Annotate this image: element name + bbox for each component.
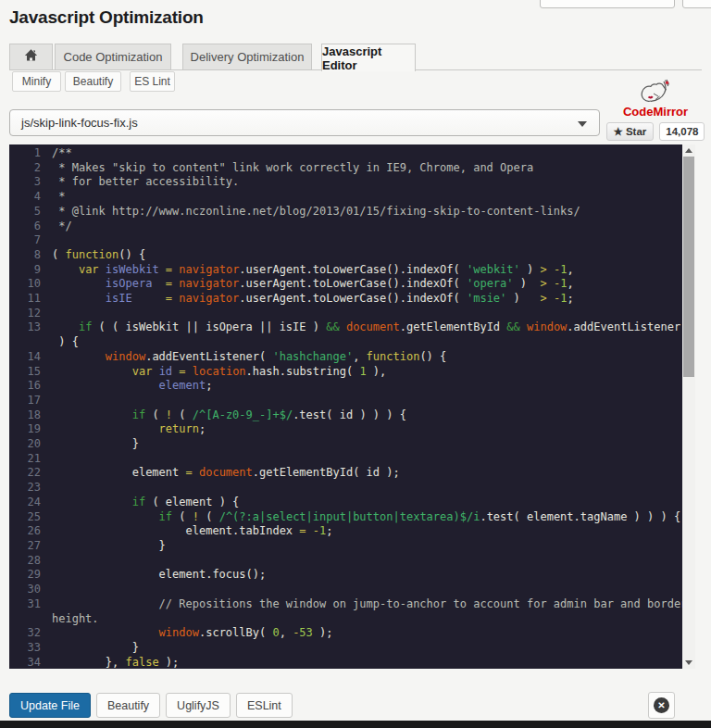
code-line: 25 if ( ! ( /^(?:a|select|input|button|t… [9,510,682,525]
code-line: 31 // Repositions the window on jump-to-… [9,597,682,612]
line-number: 3 [9,175,48,190]
scroll-up-icon[interactable] [685,148,692,153]
footer-toolbar: Update File Beautify UglifyJS ESLint [9,693,293,718]
codemirror-link[interactable]: CodeMirror [605,105,706,119]
code-line: 11 isIE = navigator.userAgent.toLowerCas… [9,292,682,307]
github-star-button[interactable]: ★ Star [606,122,655,141]
line-number: 21 [9,452,48,467]
subtab-eslint[interactable]: ES Lint [130,71,175,92]
code-line: 29 element.focus(); [9,568,682,583]
line-number: 30 [9,583,48,597]
line-number: 27 [9,539,48,554]
button-label: ESLint [247,699,281,712]
code-line: 10 isOpera = navigator.userAgent.toLower… [9,277,682,292]
editor-scrollbar[interactable] [682,144,695,669]
line-number [9,335,48,350]
line-number: 14 [9,350,48,365]
line-number: 34 [9,656,48,669]
line-number: 9 [9,263,48,278]
subtab-label: Beautify [73,75,113,88]
star-label: Star [626,126,646,137]
code-line: 5 * @link http://www.nczonline.net/blog/… [9,205,682,220]
line-number: 22 [9,466,48,481]
scroll-down-icon[interactable] [685,660,692,665]
line-number: 25 [9,510,48,525]
tab-label: Code Optimization [64,50,163,64]
line-number: 17 [9,394,48,408]
code-line: 4 * [9,190,682,205]
button-label: UglifyJS [177,699,219,712]
line-number: 4 [9,190,48,205]
code-line: 2 * Makes "skip to content" link work co… [9,161,682,176]
line-number: 18 [9,408,48,423]
file-select-dropdown[interactable]: js/skip-link-focus-fix.js [9,109,600,136]
code-line: 8( function() { [9,248,682,263]
code-line: 17 [9,394,682,408]
code-line: 15 var id = location.hash.substring( 1 )… [9,365,682,380]
tab-code-optimization[interactable]: Code Optimization [55,44,171,70]
tab-javascript-editor[interactable]: Javascript Editor [321,44,416,71]
top-partial-input-1[interactable] [540,0,675,8]
beautify-button[interactable]: Beautify [96,693,160,718]
code-line: 6 */ [9,220,682,234]
tab-delivery-optimization[interactable]: Delivery Optimization [182,44,312,70]
line-number: 19 [9,422,48,437]
top-partial-input-2[interactable] [682,0,711,8]
line-number: 31 [9,597,48,612]
line-number: 20 [9,437,48,452]
line-number: 24 [9,496,48,510]
line-number: 5 [9,205,48,220]
code-line: 1/** [9,146,682,161]
star-icon: ★ [614,125,623,138]
code-line: 14 window.addEventListener( 'hashchange'… [9,350,682,365]
line-number: 7 [9,233,48,248]
line-number: 11 [9,292,48,307]
code-line: 12 [9,307,682,321]
github-star-count[interactable]: 14,078 [659,122,705,141]
subtab-minify[interactable]: Minify [12,71,61,92]
subtab-beautify[interactable]: Beautify [65,71,121,92]
code-line: 28 [9,554,682,569]
tab-label: Delivery Optimization [191,50,305,64]
close-button[interactable]: ✕ [648,692,675,719]
code-line: 7 [9,233,682,248]
line-number: 12 [9,307,48,321]
line-number: 29 [9,568,48,583]
page-title: Javascript Optimization [9,7,204,28]
line-number: 8 [9,248,48,263]
code-editor[interactable]: 1/**2 * Makes "skip to content" link wor… [9,144,695,669]
code-line: height. [9,612,682,627]
chevron-down-icon [578,121,587,127]
uglifyjs-button[interactable]: UglifyJS [166,693,231,718]
line-number [9,612,48,627]
eslint-button[interactable]: ESLint [236,693,293,718]
close-icon: ✕ [654,697,669,713]
line-number: 1 [9,146,48,161]
code-line: 21 [9,452,682,467]
star-count-value: 14,078 [666,126,698,137]
code-line: ) { [9,335,682,350]
button-label: Update File [20,699,80,712]
line-number: 33 [9,641,48,656]
tab-home[interactable] [9,44,53,70]
line-number: 13 [9,320,48,335]
subtab-label: Minify [22,75,51,88]
code-line: 33 } [9,641,682,656]
line-number: 26 [9,524,48,539]
update-file-button[interactable]: Update File [9,693,91,718]
tab-label: Javascript Editor [322,44,415,72]
code-line: 20 } [9,437,682,452]
line-number: 23 [9,481,48,496]
scrollbar-thumb[interactable] [683,157,694,377]
code-rows: 1/**2 * Makes "skip to content" link wor… [9,146,682,669]
code-line: 23 [9,481,682,496]
line-number: 15 [9,365,48,380]
code-line: 26 element.tabIndex = -1; [9,524,682,539]
code-line: 34 }, false ); [9,656,682,669]
code-line: 30 [9,583,682,597]
code-line: 32 window.scrollBy( 0, -53 ); [9,626,682,641]
subtab-label: ES Lint [134,75,170,88]
close-glyph: ✕ [657,701,665,710]
code-line: 24 if ( element ) { [9,496,682,510]
bottom-page-edge [0,721,711,728]
